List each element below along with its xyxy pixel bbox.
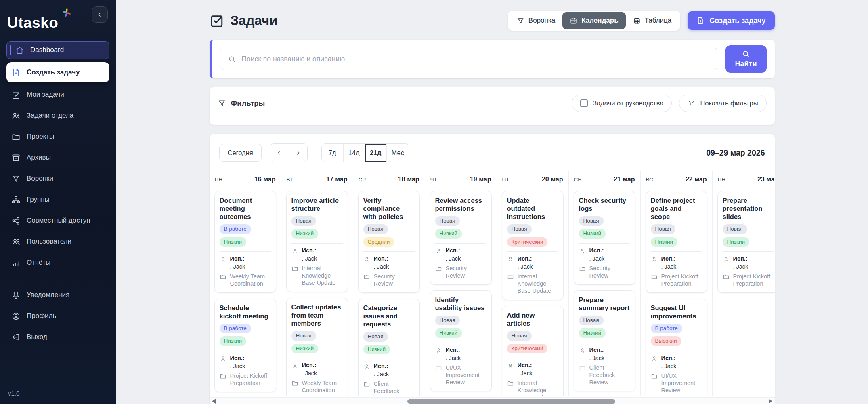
task-card[interactable]: Document meeting outcomesВ работеНизкийИ… (214, 191, 276, 293)
person-icon (363, 363, 370, 370)
card-divider (363, 251, 415, 252)
today-button[interactable]: Сегодня (219, 144, 262, 162)
person-icon (435, 347, 442, 354)
project-name: Project Kickoff Preparation (661, 273, 702, 287)
next-period-button[interactable] (289, 144, 307, 162)
task-card[interactable]: Suggest UI improvementsВ работеВысокийИс… (646, 299, 707, 396)
user-circle-icon (11, 311, 21, 321)
task-card[interactable]: Check security logsНоваяНизкийИсп.:. Jac… (574, 191, 635, 285)
priority-badge: Низкий (579, 229, 606, 238)
sidebar-item-file-plus[interactable]: Создать задачу (6, 62, 109, 82)
day-header: ПН16 мар (210, 171, 281, 187)
task-card[interactable]: Schedule kickoff meetingВ работеНизкийИс… (214, 299, 276, 392)
assignee-name: . Jack (435, 255, 486, 262)
task-card[interactable]: Improve article structureНоваяНизкийИсп.… (286, 191, 348, 292)
day-of-week: ВТ (287, 177, 293, 183)
sidebar-item-bell[interactable]: Уведомления (6, 286, 109, 304)
sidebar-item-bar-chart[interactable]: Отчёты (6, 254, 109, 271)
range-button[interactable]: 7д (322, 144, 343, 162)
card-divider (507, 358, 558, 358)
card-divider (435, 243, 486, 244)
sidebar-item-archive[interactable]: Архивы (6, 149, 109, 166)
project-name: Internal Knowledge Base Update (518, 379, 558, 396)
view-tab-funnel[interactable]: Воронка (509, 12, 562, 29)
assignee-label: Исп.: (230, 355, 245, 362)
sidebar-item-sitemap[interactable]: Группы (6, 191, 109, 208)
person-icon (651, 256, 658, 263)
priority-badge: Низкий (435, 328, 462, 338)
calendar-controls: Сегодня 7д14д21дМес 09–29 мар 2026 (210, 143, 775, 162)
search-input[interactable] (242, 55, 710, 63)
day-of-week: ПТ (502, 177, 509, 183)
filters-title: Фильтры (218, 99, 265, 108)
person-icon (651, 355, 658, 362)
sidebar-divider (7, 379, 109, 379)
sidebar-item-funnel[interactable]: Воронки (6, 170, 109, 187)
card-divider (579, 243, 630, 244)
status-badge: В работе (220, 224, 251, 234)
assignee-name: . Jack (579, 355, 630, 361)
task-card[interactable]: Categorize issues and requestsНоваяНизки… (358, 299, 420, 396)
folder-icon (435, 265, 442, 272)
sidebar-item-home[interactable]: Dashboard (6, 41, 109, 59)
assignee-label: Исп.: (589, 247, 604, 255)
sidebar-item-user-circle[interactable]: Профиль (6, 307, 109, 325)
day-of-week: ПН (215, 177, 222, 183)
task-card[interactable]: Verify compliance with policiesНоваяСред… (358, 191, 420, 293)
sidebar-item-folder[interactable]: Проекты (6, 128, 109, 145)
view-tab-table[interactable]: Таблица (626, 12, 679, 29)
project-name: Security Review (446, 265, 486, 279)
assignee-label: Исп.: (302, 247, 317, 255)
range-button[interactable]: 14д (343, 144, 365, 162)
day-column: ВС22 марDefine project goals and scopeНо… (641, 171, 713, 396)
sidebar-item-share[interactable]: Совместный доступ (6, 212, 109, 229)
prev-period-button[interactable] (270, 144, 289, 162)
horizontal-scrollbar[interactable] (210, 397, 775, 404)
task-title: Check security logs (579, 196, 630, 213)
show-filters-button[interactable]: Показать фильтры (679, 95, 766, 112)
task-card[interactable]: Identify usability issuesНоваяНизкийИсп.… (430, 290, 492, 391)
task-card[interactable]: Prepare presentation slidesНоваяНизкийИс… (717, 191, 775, 293)
scroll-right-icon[interactable] (769, 399, 772, 404)
task-card[interactable]: Update outdated instructionsНоваяКритиче… (502, 191, 564, 300)
sidebar-item-label: Архивы (27, 154, 51, 162)
range-button[interactable]: 21д (365, 144, 386, 162)
management-tasks-checkbox-button[interactable]: Задачи от руководства (572, 95, 672, 112)
sidebar-item-check-square[interactable]: Мои задачи (6, 86, 109, 103)
day-header: ПТ20 мар (497, 171, 568, 187)
project-name: Project Kickoff Preparation (230, 372, 271, 387)
status-badge: В работе (651, 324, 682, 333)
sidebar-item-users[interactable]: Задачи отдела (6, 107, 109, 124)
assignee-name: . Jack (435, 355, 486, 361)
folder-icon (363, 381, 370, 387)
day-date: 21 мар (614, 176, 635, 183)
search-submit-label: Найти (735, 60, 757, 68)
sidebar-item-logout[interactable]: Выход (6, 328, 109, 346)
project-name: Weekly Team Coordination (230, 273, 271, 287)
day-column: ВТ17 марImprove article structureНоваяНи… (281, 171, 353, 396)
day-header: ВС22 мар (641, 171, 712, 187)
scroll-left-icon[interactable] (212, 399, 216, 404)
sidebar-item-label: Dashboard (30, 46, 64, 54)
day-column: СР18 марVerify compliance with policiesН… (353, 171, 425, 396)
create-task-button[interactable]: Создать задачу (688, 11, 774, 30)
scrollbar-thumb[interactable] (407, 399, 615, 404)
search-submit-button[interactable]: Найти (725, 45, 767, 73)
task-card[interactable]: Collect updates from team membersНоваяНи… (286, 298, 348, 396)
pinwheel-icon (60, 6, 73, 19)
range-button[interactable]: Мес (386, 144, 409, 162)
sidebar-item-user-group[interactable]: Пользователи (6, 233, 109, 250)
card-divider (291, 243, 343, 244)
task-card[interactable]: Add new articlesНоваяКритическийИсп.:. J… (502, 306, 564, 396)
task-card[interactable]: Review access permissionsНоваяНизкийИсп.… (430, 191, 492, 285)
task-card[interactable]: Define project goals and scopeНоваяНизки… (646, 191, 707, 293)
view-tab-calendar[interactable]: Календарь (562, 12, 625, 29)
assignee-name: . Jack (507, 263, 558, 270)
sidebar-item-label: Пользователи (27, 238, 71, 246)
range-switcher: 7д14д21дМес (321, 143, 409, 162)
task-card[interactable]: Prepare summary reportНоваяНизкийИсп.:. … (574, 290, 635, 391)
priority-badge: Высокий (651, 336, 681, 346)
person-icon (579, 347, 586, 354)
sidebar-collapse-button[interactable] (92, 6, 108, 23)
assignee-name: . Jack (363, 371, 415, 377)
